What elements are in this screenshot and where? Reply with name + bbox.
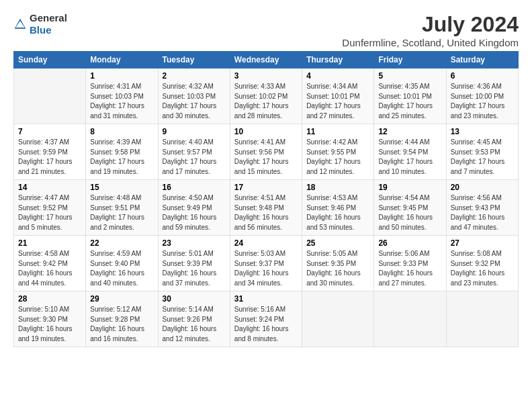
calendar-cell: 9Sunrise: 4:40 AMSunset: 9:57 PMDaylight…: [158, 124, 230, 180]
col-monday: Monday: [86, 52, 158, 68]
cell-content: Sunrise: 5:03 AMSunset: 9:37 PMDaylight:…: [234, 249, 298, 288]
day-number: 29: [90, 294, 153, 304]
day-number: 1: [90, 71, 153, 81]
calendar-cell: [302, 291, 374, 347]
calendar-cell: 25Sunrise: 5:05 AMSunset: 9:35 PMDayligh…: [302, 236, 374, 291]
cell-content: Sunrise: 4:54 AMSunset: 9:45 PMDaylight:…: [378, 193, 441, 232]
logo-icon: [13, 17, 27, 31]
calendar-cell: 5Sunrise: 4:35 AMSunset: 10:01 PMDayligh…: [374, 68, 446, 124]
calendar-cell: 3Sunrise: 4:33 AMSunset: 10:02 PMDayligh…: [230, 68, 302, 124]
day-number: 16: [163, 183, 226, 192]
logo-blue: Blue: [30, 24, 52, 36]
day-number: 28: [18, 294, 81, 304]
calendar-cell: 26Sunrise: 5:06 AMSunset: 9:33 PMDayligh…: [374, 236, 446, 291]
calendar-cell: 14Sunrise: 4:47 AMSunset: 9:52 PMDayligh…: [14, 180, 86, 236]
calendar-cell: 8Sunrise: 4:39 AMSunset: 9:58 PMDaylight…: [86, 124, 158, 180]
day-number: 22: [90, 238, 153, 248]
calendar-cell: 16Sunrise: 4:50 AMSunset: 9:49 PMDayligh…: [158, 180, 230, 236]
subtitle: Dunfermline, Scotland, United Kingdom: [342, 37, 519, 48]
cell-content: Sunrise: 5:10 AMSunset: 9:30 PMDaylight:…: [18, 305, 81, 344]
page-container: General Blue July 2024 Dunfermline, Scot…: [0, 0, 532, 354]
calendar-cell: 6Sunrise: 4:36 AMSunset: 10:00 PMDayligh…: [446, 68, 518, 124]
calendar-row-3: 14Sunrise: 4:47 AMSunset: 9:52 PMDayligh…: [14, 180, 519, 236]
calendar-row-1: 1Sunrise: 4:31 AMSunset: 10:03 PMDayligh…: [14, 68, 519, 124]
calendar-cell: 17Sunrise: 4:51 AMSunset: 9:48 PMDayligh…: [230, 180, 302, 236]
cell-content: Sunrise: 4:31 AMSunset: 10:03 PMDaylight…: [90, 82, 153, 121]
day-number: 3: [234, 71, 298, 81]
main-title: July 2024: [342, 12, 519, 37]
day-number: 19: [378, 183, 441, 192]
col-friday: Friday: [374, 52, 446, 68]
cell-content: Sunrise: 4:47 AMSunset: 9:52 PMDaylight:…: [18, 193, 81, 232]
cell-content: Sunrise: 4:36 AMSunset: 10:00 PMDaylight…: [451, 82, 514, 121]
title-block: July 2024 Dunfermline, Scotland, United …: [342, 12, 519, 48]
day-number: 26: [378, 238, 441, 248]
calendar-cell: 21Sunrise: 4:58 AMSunset: 9:42 PMDayligh…: [14, 236, 86, 291]
calendar-cell: 22Sunrise: 4:59 AMSunset: 9:40 PMDayligh…: [86, 236, 158, 291]
day-number: 21: [18, 238, 81, 248]
calendar-cell: 15Sunrise: 4:48 AMSunset: 9:51 PMDayligh…: [86, 180, 158, 236]
cell-content: Sunrise: 4:32 AMSunset: 10:03 PMDaylight…: [163, 82, 226, 121]
calendar-cell: 1Sunrise: 4:31 AMSunset: 10:03 PMDayligh…: [86, 68, 158, 124]
cell-content: Sunrise: 4:53 AMSunset: 9:46 PMDaylight:…: [306, 193, 369, 232]
logo: General Blue: [13, 12, 67, 36]
cell-content: Sunrise: 5:05 AMSunset: 9:35 PMDaylight:…: [306, 249, 369, 288]
calendar-cell: 4Sunrise: 4:34 AMSunset: 10:01 PMDayligh…: [302, 68, 374, 124]
calendar-cell: [14, 68, 86, 124]
calendar-row-4: 21Sunrise: 4:58 AMSunset: 9:42 PMDayligh…: [14, 236, 519, 291]
col-saturday: Saturday: [446, 52, 518, 68]
cell-content: Sunrise: 4:45 AMSunset: 9:53 PMDaylight:…: [451, 138, 514, 177]
svg-marker-1: [15, 21, 24, 28]
day-number: 8: [90, 127, 153, 136]
col-wednesday: Wednesday: [230, 52, 302, 68]
cell-content: Sunrise: 5:01 AMSunset: 9:39 PMDaylight:…: [163, 249, 226, 288]
calendar-cell: 20Sunrise: 4:56 AMSunset: 9:43 PMDayligh…: [446, 180, 518, 236]
day-number: 27: [451, 238, 514, 248]
day-number: 30: [163, 294, 226, 304]
day-number: 24: [234, 238, 298, 248]
day-number: 6: [451, 71, 514, 81]
day-number: 14: [18, 183, 81, 192]
col-tuesday: Tuesday: [158, 52, 230, 68]
day-number: 10: [234, 127, 298, 136]
calendar-cell: [446, 291, 518, 347]
calendar-cell: 7Sunrise: 4:37 AMSunset: 9:59 PMDaylight…: [14, 124, 86, 180]
cell-content: Sunrise: 5:12 AMSunset: 9:28 PMDaylight:…: [90, 305, 153, 344]
cell-content: Sunrise: 4:50 AMSunset: 9:49 PMDaylight:…: [163, 193, 226, 232]
cell-content: Sunrise: 5:16 AMSunset: 9:24 PMDaylight:…: [234, 305, 298, 344]
calendar-cell: 24Sunrise: 5:03 AMSunset: 9:37 PMDayligh…: [230, 236, 302, 291]
day-number: 5: [378, 71, 441, 81]
calendar-row-2: 7Sunrise: 4:37 AMSunset: 9:59 PMDaylight…: [14, 124, 519, 180]
calendar-cell: 28Sunrise: 5:10 AMSunset: 9:30 PMDayligh…: [14, 291, 86, 347]
cell-content: Sunrise: 4:34 AMSunset: 10:01 PMDaylight…: [306, 82, 369, 121]
cell-content: Sunrise: 4:44 AMSunset: 9:54 PMDaylight:…: [378, 138, 441, 177]
logo-general: General: [30, 12, 67, 24]
calendar-cell: 10Sunrise: 4:41 AMSunset: 9:56 PMDayligh…: [230, 124, 302, 180]
calendar-cell: 2Sunrise: 4:32 AMSunset: 10:03 PMDayligh…: [158, 68, 230, 124]
cell-content: Sunrise: 5:08 AMSunset: 9:32 PMDaylight:…: [451, 249, 514, 288]
col-thursday: Thursday: [302, 52, 374, 68]
calendar-cell: 18Sunrise: 4:53 AMSunset: 9:46 PMDayligh…: [302, 180, 374, 236]
calendar-cell: 23Sunrise: 5:01 AMSunset: 9:39 PMDayligh…: [158, 236, 230, 291]
calendar-cell: 13Sunrise: 4:45 AMSunset: 9:53 PMDayligh…: [446, 124, 518, 180]
day-number: 9: [163, 127, 226, 136]
calendar-cell: 29Sunrise: 5:12 AMSunset: 9:28 PMDayligh…: [86, 291, 158, 347]
header-row: Sunday Monday Tuesday Wednesday Thursday…: [14, 52, 519, 68]
logo-text: General Blue: [30, 12, 67, 36]
day-number: 20: [451, 183, 514, 192]
day-number: 15: [90, 183, 153, 192]
cell-content: Sunrise: 4:35 AMSunset: 10:01 PMDaylight…: [378, 82, 441, 121]
header: General Blue July 2024 Dunfermline, Scot…: [13, 12, 519, 48]
col-sunday: Sunday: [14, 52, 86, 68]
day-number: 18: [306, 183, 369, 192]
calendar-cell: 19Sunrise: 4:54 AMSunset: 9:45 PMDayligh…: [374, 180, 446, 236]
day-number: 12: [378, 127, 441, 136]
calendar-cell: 27Sunrise: 5:08 AMSunset: 9:32 PMDayligh…: [446, 236, 518, 291]
calendar-cell: [374, 291, 446, 347]
calendar-cell: 30Sunrise: 5:14 AMSunset: 9:26 PMDayligh…: [158, 291, 230, 347]
cell-content: Sunrise: 4:42 AMSunset: 9:55 PMDaylight:…: [306, 138, 369, 177]
cell-content: Sunrise: 4:48 AMSunset: 9:51 PMDaylight:…: [90, 193, 153, 232]
day-number: 17: [234, 183, 298, 192]
cell-content: Sunrise: 4:56 AMSunset: 9:43 PMDaylight:…: [451, 193, 514, 232]
calendar-row-5: 28Sunrise: 5:10 AMSunset: 9:30 PMDayligh…: [14, 291, 519, 347]
